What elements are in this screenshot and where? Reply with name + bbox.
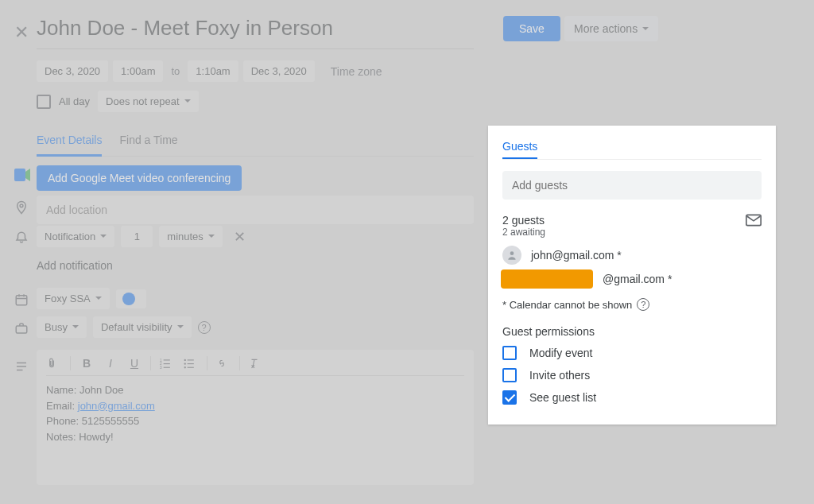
help-icon[interactable]: ? (637, 298, 649, 311)
svg-point-18 (184, 362, 186, 364)
see-guest-list-checkbox[interactable] (502, 390, 517, 405)
separator (150, 356, 151, 370)
modify-event-checkbox[interactable] (502, 346, 517, 360)
attachment-icon[interactable] (46, 357, 62, 370)
notification-unit-dropdown[interactable]: minutes (159, 226, 223, 247)
guests-awaiting: 2 awaiting (502, 227, 545, 238)
guest-item[interactable]: john@gmail.com * (502, 246, 762, 265)
guest-item[interactable]: @gmail.com * (502, 269, 762, 289)
chevron-down-icon (100, 235, 107, 241)
bold-icon[interactable]: B (79, 357, 95, 370)
add-notification-link[interactable]: Add notification (37, 259, 113, 272)
busy-dropdown[interactable]: Busy (37, 316, 87, 338)
svg-point-1 (20, 204, 23, 207)
tab-event-details[interactable]: Event Details (37, 134, 102, 157)
bell-icon (14, 231, 29, 245)
close-icon[interactable]: ✕ (14, 22, 29, 43)
location-icon (14, 200, 29, 215)
color-dot (122, 293, 135, 305)
separator (239, 356, 240, 370)
start-date-chip[interactable]: Dec 3, 2020 (37, 60, 108, 82)
end-date-chip[interactable]: Dec 3, 2020 (243, 60, 315, 82)
bullet-list-icon[interactable] (183, 358, 199, 369)
tab-find-time[interactable]: Find a Time (119, 134, 177, 156)
save-button[interactable]: Save (503, 16, 560, 41)
chevron-down-icon (95, 297, 102, 303)
chevron-down-icon (72, 325, 79, 331)
separator (207, 356, 207, 370)
chevron-down-icon (208, 235, 215, 241)
busy-label: Busy (45, 321, 68, 333)
description-box[interactable]: B I U 123 Name: John Doe Email: john@gma… (37, 350, 474, 485)
chevron-down-icon (642, 27, 649, 33)
see-guest-list-label: See guest list (529, 391, 596, 404)
guests-panel: Guests 2 guests 2 awaiting john@gmail.co… (488, 126, 776, 425)
visibility-dropdown[interactable]: Default visibility (93, 316, 192, 338)
italic-icon[interactable]: I (103, 357, 118, 370)
svg-point-25 (510, 251, 514, 255)
event-title-input[interactable] (37, 16, 474, 49)
calendar-note: * Calendar cannot be shown (502, 299, 632, 311)
name-value: John Doe (79, 384, 124, 396)
clear-format-icon[interactable] (248, 358, 264, 369)
separator (70, 356, 71, 370)
start-time-chip[interactable]: 1:00am (113, 60, 163, 82)
remove-notification-icon[interactable]: ✕ (229, 228, 250, 246)
help-icon[interactable]: ? (198, 321, 211, 334)
color-dropdown[interactable] (116, 289, 146, 308)
repeat-dropdown[interactable]: Does not repeat (98, 91, 199, 112)
notification-value-input[interactable]: 1 (121, 226, 153, 247)
email-label: Email: (46, 400, 75, 412)
guests-tab[interactable]: Guests (502, 140, 537, 159)
invite-others-label: Invite others (529, 369, 590, 382)
text-icon (14, 359, 29, 374)
numbered-list-icon[interactable]: 123 (159, 358, 175, 369)
chevron-down-icon (177, 325, 184, 331)
svg-point-20 (184, 366, 186, 368)
to-label: to (168, 65, 183, 77)
svg-text:3: 3 (160, 366, 162, 369)
svg-rect-6 (16, 326, 27, 333)
description-content[interactable]: Name: John Doe Email: john@gmail.com Pho… (46, 382, 464, 444)
more-actions-button[interactable]: More actions (564, 16, 658, 41)
timezone-link[interactable]: Time zone (331, 65, 382, 78)
visibility-label: Default visibility (101, 321, 172, 333)
envelope-icon[interactable] (746, 214, 762, 246)
modify-event-label: Modify event (529, 347, 592, 359)
meet-icon (14, 169, 30, 181)
notification-unit-label: minutes (167, 231, 204, 242)
calendar-dropdown[interactable]: Foxy SSA (37, 288, 110, 309)
chevron-down-icon (184, 99, 191, 106)
guests-count: 2 guests (502, 214, 545, 227)
underline-icon[interactable]: U (126, 357, 142, 370)
name-label: Name: (46, 384, 76, 396)
guest-email: john@gmail.com * (531, 249, 622, 262)
notes-label: Notes: (46, 431, 76, 443)
svg-rect-0 (14, 169, 25, 181)
invite-others-checkbox[interactable] (502, 368, 517, 382)
guest-email: @gmail.com * (603, 273, 672, 285)
svg-rect-2 (16, 296, 27, 305)
add-meet-button[interactable]: Add Google Meet video conferencing (37, 165, 242, 191)
notification-type-label: Notification (45, 231, 95, 242)
svg-point-16 (184, 359, 186, 361)
notification-type-dropdown[interactable]: Notification (37, 226, 114, 247)
phone-label: Phone: (46, 415, 79, 427)
permissions-title: Guest permissions (502, 325, 762, 338)
briefcase-icon (14, 321, 29, 335)
add-guests-input[interactable] (502, 171, 762, 200)
calendar-icon (14, 293, 29, 307)
location-input[interactable] (37, 196, 474, 224)
end-time-chip[interactable]: 1:10am (188, 60, 238, 82)
calendar-label: Foxy SSA (45, 293, 91, 304)
avatar-redacted (501, 269, 593, 289)
allday-checkbox[interactable] (37, 95, 51, 109)
more-actions-label: More actions (574, 22, 638, 35)
allday-label: All day (59, 95, 90, 107)
phone-value: 5125555555 (82, 415, 139, 427)
email-value[interactable]: john@gmail.com (78, 400, 155, 412)
repeat-label: Does not repeat (106, 95, 180, 107)
avatar (502, 246, 521, 265)
link-icon[interactable] (215, 358, 231, 369)
notes-value: Howdy! (79, 431, 113, 443)
